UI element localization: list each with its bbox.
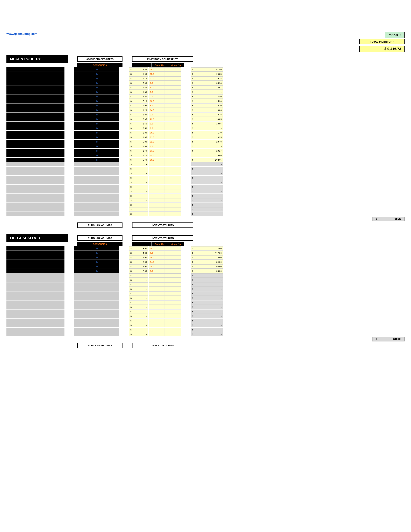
count-unit-cell-fish-seafood-5: 3.0 xyxy=(149,269,165,273)
count-no-cell-meat-poultry-9 xyxy=(165,108,181,112)
unit-cell-fish-seafood-4: lb xyxy=(74,264,119,269)
item-name-fish-seafood-1 xyxy=(6,251,65,255)
total-cell-meat-poultry-2: $39.38 xyxy=(191,76,223,81)
count-unit-cell-fish-seafood-3: 14.0 xyxy=(149,260,165,264)
unit-cell-meat-poultry-10: lb xyxy=(74,113,119,117)
total-cell-meat-poultry-12: $13.95 xyxy=(191,122,223,126)
unit-cell-fish-seafood-0: lb xyxy=(74,246,119,250)
data-row-fish-seafood-2: lb$7.0010.0$70.00 xyxy=(6,255,405,260)
unit-cell-fish-seafood-12 xyxy=(74,301,119,305)
count-no-cell-fish-seafood-5 xyxy=(165,269,181,273)
count-unit-cell-fish-seafood-8 xyxy=(149,283,165,287)
total-cell-fish-seafood-17: $- xyxy=(191,323,223,327)
sub-header-row-meat-poultry: CONVERSIONCount UnitCount No. xyxy=(6,63,405,67)
count-unit-cell-meat-poultry-5: 0.0 xyxy=(149,90,165,94)
section-header-fish-seafood: FISH & SEAFOODPURCHASING UNITSINVENTORY … xyxy=(6,234,405,242)
price-cell-meat-poultry-14: $2.39 xyxy=(129,131,148,135)
count-no-cell-meat-poultry-26 xyxy=(165,185,181,189)
total-cell-meat-poultry-21: $- xyxy=(191,162,223,166)
count-unit-cell-meat-poultry-15: 11.0 xyxy=(149,135,165,139)
item-name-fish-seafood-16 xyxy=(6,319,65,323)
count-unit-cell-meat-poultry-10: 2.0 xyxy=(149,113,165,117)
unit-cell-meat-poultry-32 xyxy=(74,212,119,216)
data-row-fish-seafood-13: $-$- xyxy=(6,305,405,309)
price-cell-meat-poultry-9: $1.29 xyxy=(129,108,148,112)
unit-cell-meat-poultry-4: lb xyxy=(74,86,119,90)
count-no-cell-meat-poultry-27 xyxy=(165,189,181,193)
count-unit-cell-meat-poultry-21 xyxy=(149,162,165,166)
data-row-fish-seafood-10: $-$- xyxy=(6,292,405,296)
price-cell-meat-poultry-24: $- xyxy=(129,176,148,180)
data-row-meat-poultry-24: $-$- xyxy=(6,176,405,180)
price-cell-fish-seafood-9: $- xyxy=(129,287,148,291)
item-name-meat-poultry-4 xyxy=(6,86,65,90)
price-cell-fish-seafood-16: $- xyxy=(129,319,148,323)
item-name-fish-seafood-2 xyxy=(6,255,65,260)
total-cell-fish-seafood-8: $- xyxy=(191,283,223,287)
item-name-meat-poultry-19 xyxy=(6,153,65,157)
price-cell-meat-poultry-6: $3.20 xyxy=(129,95,148,99)
data-row-meat-poultry-5: lb$1.690.0$- xyxy=(6,90,405,94)
section-header-meat-poultry: MEAT & POULTRYAS PURCHASED UNITSINVENTOR… xyxy=(6,55,405,63)
price-cell-fish-seafood-18: $- xyxy=(129,328,148,332)
unit-cell-meat-poultry-20: lb xyxy=(74,158,119,162)
count-no-cell-meat-poultry-24 xyxy=(165,176,181,180)
item-name-meat-poultry-7 xyxy=(6,99,65,103)
count-unit-cell-meat-poultry-2: 22.0 xyxy=(149,76,165,81)
data-row-meat-poultry-15: lb$1.8511.0$20.35 xyxy=(6,135,405,139)
unit-cell-meat-poultry-25 xyxy=(74,180,119,184)
count-unit-cell-meat-poultry-27 xyxy=(149,189,165,193)
count-unit-cell-meat-poultry-26 xyxy=(149,185,165,189)
unit-cell-meat-poultry-15: lb xyxy=(74,135,119,139)
data-row-meat-poultry-3: lb$5.996.0$35.94 xyxy=(6,81,405,85)
item-name-fish-seafood-6 xyxy=(6,273,65,278)
total-cell-meat-poultry-23: $- xyxy=(191,171,223,175)
price-cell-meat-poultry-19: $1.15 xyxy=(129,153,148,157)
total-cell-meat-poultry-20: $202.65 xyxy=(191,158,223,162)
total-cell-fish-seafood-2: $70.00 xyxy=(191,255,223,260)
price-cell-meat-poultry-32: $- xyxy=(129,212,148,216)
unit-cell-meat-poultry-23 xyxy=(74,171,119,175)
price-cell-meat-poultry-28: $- xyxy=(129,194,148,198)
count-unit-cell-fish-seafood-11 xyxy=(149,296,165,300)
price-cell-meat-poultry-26: $- xyxy=(129,185,148,189)
data-row-meat-poultry-21: $-$- xyxy=(6,162,405,166)
data-row-fish-seafood-17: $-$- xyxy=(6,323,405,327)
data-row-meat-poultry-18: lb$1.7913.0$23.27 xyxy=(6,149,405,153)
price-cell-meat-poultry-21: $- xyxy=(129,162,148,166)
data-row-meat-poultry-14: lb$2.3930.0$71.70 xyxy=(6,131,405,135)
section-fish-seafood: FISH & SEAFOODPURCHASING UNITSINVENTORY … xyxy=(6,234,405,348)
unit-cell-meat-poultry-18: lb xyxy=(74,149,119,153)
price-cell-meat-poultry-4: $1.69 xyxy=(129,86,148,90)
count-unit-cell-meat-poultry-0: 20.0 xyxy=(149,67,165,72)
count-no-cell-meat-poultry-1 xyxy=(165,72,181,76)
price-cell-meat-poultry-10: $1.89 xyxy=(129,113,148,117)
item-name-meat-poultry-26 xyxy=(6,185,65,189)
data-row-meat-poultry-4: lb$1.6943.0$72.67 xyxy=(6,86,405,90)
item-name-fish-seafood-15 xyxy=(6,314,65,318)
data-row-meat-poultry-13: lb$2.500.0$- xyxy=(6,126,405,130)
price-cell-meat-poultry-7: $2.10 xyxy=(129,99,148,103)
unit-cell-meat-poultry-9: lb xyxy=(74,108,119,112)
data-row-meat-poultry-28: $-$- xyxy=(6,194,405,198)
item-name-meat-poultry-17 xyxy=(6,144,65,148)
total-cell-meat-poultry-25: $- xyxy=(191,180,223,184)
count-no-cell-fish-seafood-15 xyxy=(165,314,181,318)
conversion-label-fish-seafood: CONVERSION xyxy=(77,242,122,246)
item-name-meat-poultry-9 xyxy=(6,108,65,112)
total-cell-meat-poultry-10: $3.78 xyxy=(191,113,223,117)
item-name-meat-poultry-13 xyxy=(6,126,65,130)
total-cell-meat-poultry-6: $6.40 xyxy=(191,95,223,99)
total-cell-meat-poultry-8: $10.10 xyxy=(191,104,223,108)
data-row-meat-poultry-26: $-$- xyxy=(6,185,405,189)
count-unit-cell-meat-poultry-25 xyxy=(149,180,165,184)
price-cell-fish-seafood-12: $- xyxy=(129,301,148,305)
count-no-cell-meat-poultry-0 xyxy=(165,67,181,72)
unit-cell-meat-poultry-21 xyxy=(74,162,119,166)
total-cell-meat-poultry-3: $35.94 xyxy=(191,81,223,85)
unit-cell-fish-seafood-15 xyxy=(74,314,119,318)
website-link[interactable]: www.rjconsulting.com xyxy=(6,32,37,36)
count-unit-cell-meat-poultry-17: 0.0 xyxy=(149,144,165,148)
count-no-cell-meat-poultry-13 xyxy=(165,126,181,130)
total-cell-meat-poultry-29: $- xyxy=(191,198,223,202)
